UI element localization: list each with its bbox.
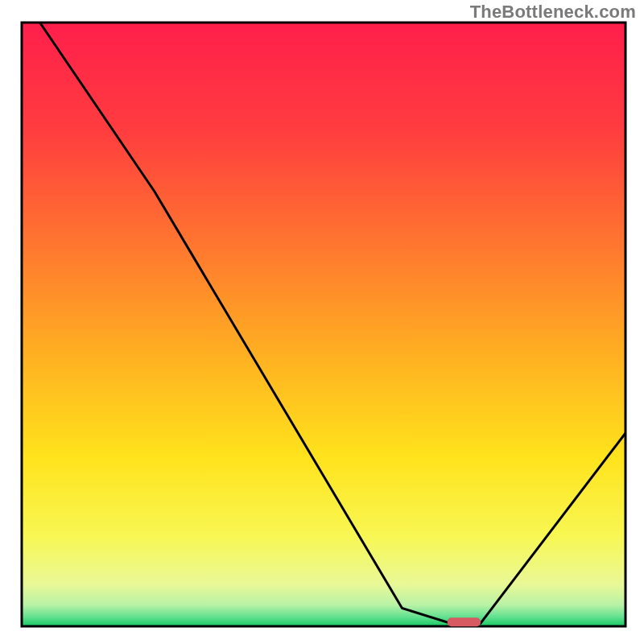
chart-container: TheBottleneck.com: [0, 0, 644, 644]
optimal-range-marker: [448, 617, 481, 626]
gradient-background: [22, 23, 625, 626]
bottleneck-chart: [0, 0, 644, 644]
watermark-label: TheBottleneck.com: [470, 2, 636, 23]
